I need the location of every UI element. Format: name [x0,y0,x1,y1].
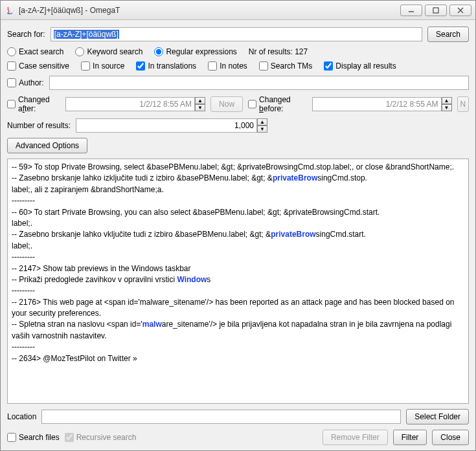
result-line: -- Zasebno brskanje lahko vključite tudi… [12,229,464,240]
exact-search-radio[interactable]: Exact search [7,47,63,56]
recursive-checkbox: Recursive search [65,433,137,442]
author-checkbox[interactable]: Author: [7,78,44,87]
result-line: -- 59> To stop Private Browsing, select … [12,162,464,173]
location-label: Location [7,412,36,421]
changed-before-input[interactable] [312,97,442,111]
display-all-checkbox[interactable]: Display all results [324,61,396,71]
changed-before-checkbox[interactable]: Changed before: [248,95,307,113]
results-pane[interactable]: -- 59> To stop Private Browsing, select … [7,159,469,404]
num-results-label: Number of results: [7,121,71,130]
spin-up-icon[interactable]: ▲ [257,118,267,126]
java-icon [5,5,15,16]
author-row: Author: [7,76,469,90]
result-separator: --------- [12,252,464,263]
result-separator: --------- [12,285,464,296]
search-input-selection: [a-zA-Z]+[öäüqwß] [54,30,119,39]
result-line: label;. [12,218,464,229]
regex-radio[interactable]: Regular expressions [154,47,236,56]
result-separator: --------- [12,195,464,206]
result-line: label;. [12,241,464,252]
advanced-options-button[interactable]: Advanced Options [7,138,87,153]
now-after-button[interactable]: Now [210,96,243,112]
window-title: [a-zA-Z]+[öäüqwß] - OmegaT [19,6,400,15]
in-source-checkbox[interactable]: In source [81,61,124,71]
search-input[interactable]: [a-zA-Z]+[öäüqwß] [51,27,422,41]
num-results-row: Number of results: ▲▼ [7,118,469,133]
in-notes-checkbox[interactable]: In notes [208,61,247,71]
remove-filter-button[interactable]: Remove Filter [323,430,388,445]
footer-row: Search files Recursive search Remove Fil… [7,430,469,445]
result-line: label;, ali z zapiranjem &brandShortName… [12,184,464,195]
search-mode-row: Exact search Keyword search Regular expr… [7,47,469,56]
search-files-checkbox[interactable]: Search files [7,433,60,442]
nr-results-label: Nr of results: 127 [249,47,308,56]
search-window: [a-zA-Z]+[öäüqwß] - OmegaT Search for: [… [0,0,476,451]
result-line: -- Zasebno brskanje lahko izključite tud… [12,173,464,184]
changed-after-spinner[interactable]: ▲▼ [195,97,205,111]
result-separator: --------- [12,342,464,353]
maximize-button[interactable] [425,5,447,16]
location-row: Location Select Folder [7,409,469,424]
search-input-wrap: [a-zA-Z]+[öäüqwß] [51,27,422,41]
window-controls [400,5,471,16]
changed-before-spinner[interactable]: ▲▼ [442,97,452,111]
result-line: -- 60> To start Private Browsing, you ca… [12,207,464,218]
author-input[interactable] [49,76,469,90]
spin-up-icon[interactable]: ▲ [442,97,452,104]
case-sensitive-checkbox[interactable]: Case sensitive [7,61,69,71]
location-input[interactable] [41,410,401,424]
changed-after-checkbox[interactable]: Changed after: [7,95,60,113]
search-button[interactable]: Search [427,27,469,42]
search-for-label: Search for: [7,30,45,39]
changed-row: Changed after: ▲▼ Now Changed before: ▲▼… [7,95,469,113]
result-line: -- 2176> This web page at <span id='malw… [12,297,464,320]
result-line: -- Prikaži predoglede zavihkov v opravil… [12,274,464,285]
result-line: -- 2634> @MozTestPilot on Twitter » [12,353,464,364]
select-folder-button[interactable]: Select Folder [406,409,469,424]
num-results-input[interactable] [76,118,257,133]
search-row: Search for: [a-zA-Z]+[öäüqwß] Search [7,27,469,42]
result-line: -- Spletna stran na naslovu <span id='ma… [12,319,464,342]
now-before-button[interactable]: N [457,96,469,112]
search-tms-checkbox[interactable]: Search TMs [259,61,312,71]
search-options-row: Case sensitive In source In translations… [7,61,469,71]
svg-rect-1 [433,8,438,13]
changed-after-input[interactable] [65,97,195,111]
content-area: Search for: [a-zA-Z]+[öäüqwß] Search Exa… [1,20,475,450]
in-translations-checkbox[interactable]: In translations [136,61,196,71]
close-window-button[interactable] [449,5,471,16]
spin-down-icon[interactable]: ▼ [195,104,205,111]
num-results-spinner[interactable]: ▲▼ [257,118,267,133]
titlebar: [a-zA-Z]+[öäüqwß] - OmegaT [1,1,475,20]
close-button[interactable]: Close [432,430,469,445]
minimize-button[interactable] [400,5,422,16]
filter-button[interactable]: Filter [393,430,427,445]
spin-down-icon[interactable]: ▼ [442,104,452,111]
result-line: -- 2147> Show tab previews in the Window… [12,263,464,274]
spin-up-icon[interactable]: ▲ [195,97,205,104]
spin-down-icon[interactable]: ▼ [257,126,267,133]
keyword-search-radio[interactable]: Keyword search [75,47,142,56]
